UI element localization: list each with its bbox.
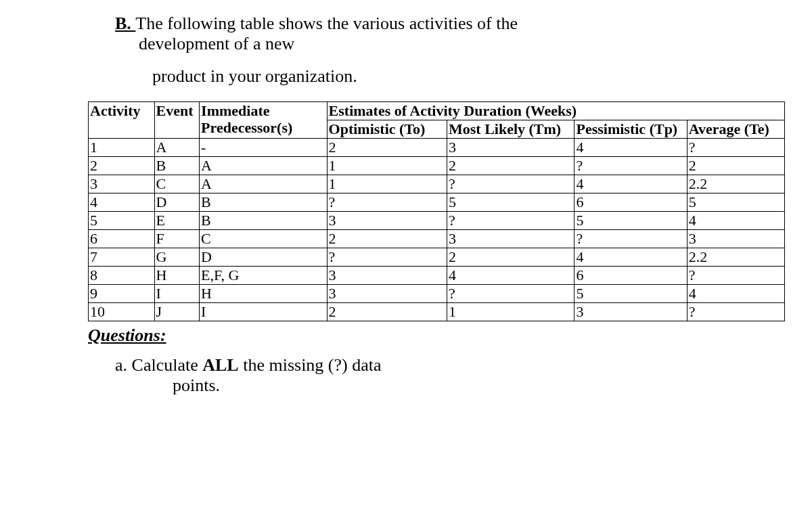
cell-tm: ? — [447, 285, 574, 303]
heading-line1: The following table shows the various ac… — [135, 14, 518, 33]
cell-te: 2 — [687, 157, 784, 175]
cell-te: 4 — [687, 212, 784, 230]
cell-to: 3 — [327, 285, 447, 303]
cell-tm: 3 — [447, 139, 574, 157]
cell-tp: ? — [574, 230, 687, 248]
cell-activity: 3 — [89, 175, 155, 193]
cell-tm: 1 — [447, 303, 574, 321]
cell-event: F — [154, 230, 200, 248]
cell-to: 2 — [327, 139, 447, 157]
cell-event: C — [154, 175, 200, 193]
cell-tp: 5 — [574, 212, 687, 230]
cell-to: 3 — [327, 212, 447, 230]
table-row: 5EB3?54 — [89, 212, 785, 230]
cell-pred: B — [200, 193, 328, 212]
heading-line2: development of a new — [139, 34, 785, 54]
cell-tp: 4 — [574, 175, 687, 193]
cell-te: 2.2 — [687, 175, 784, 193]
cell-event: J — [154, 303, 200, 321]
cell-pred: B — [200, 212, 328, 230]
cell-te: ? — [687, 303, 784, 321]
cell-tp: 5 — [574, 285, 687, 303]
cell-to: ? — [327, 193, 447, 212]
cell-activity: 2 — [89, 157, 155, 175]
questions-heading: Questions: — [88, 325, 785, 346]
cell-to: ? — [327, 248, 447, 267]
table-row: 8HE,F, G346? — [89, 267, 785, 285]
cell-tm: ? — [447, 175, 574, 193]
table-row: 3CA1?42.2 — [89, 175, 785, 193]
table-row: 10JI213? — [89, 303, 785, 321]
table-row: 9IH3?54 — [89, 285, 785, 303]
cell-activity: 5 — [89, 212, 155, 230]
cell-to: 3 — [327, 267, 447, 285]
cell-to: 1 — [327, 175, 447, 193]
cell-tp: 3 — [574, 303, 687, 321]
cell-pred: C — [200, 230, 328, 248]
col-average: Average (Te) — [687, 120, 784, 139]
cell-event: A — [154, 139, 200, 157]
cell-tm: 3 — [447, 230, 574, 248]
question-a-suffix: the missing (?) data — [239, 355, 382, 375]
cell-tm: 5 — [447, 193, 574, 212]
table-row: 7GD?242.2 — [89, 248, 785, 267]
cell-event: H — [154, 267, 200, 285]
cell-tp: 4 — [574, 139, 687, 157]
col-predecessor: Immediate Predecessor(s) — [200, 102, 328, 139]
cell-activity: 8 — [89, 267, 155, 285]
cell-tm: 4 — [447, 267, 574, 285]
col-activity: Activity — [89, 102, 155, 139]
cell-tm: ? — [447, 212, 574, 230]
cell-event: E — [154, 212, 200, 230]
cell-pred: I — [200, 303, 328, 321]
activity-table: Activity Event Immediate Predecessor(s) … — [88, 101, 785, 321]
cell-activity: 7 — [89, 248, 155, 267]
heading-label: B. — [115, 14, 135, 33]
problem-heading: B. The following table shows the various… — [115, 14, 785, 87]
col-optimistic: Optimistic (To) — [327, 120, 447, 139]
question-a-prefix: a. Calculate — [115, 355, 202, 375]
cell-te: ? — [687, 267, 784, 285]
cell-te: ? — [687, 139, 784, 157]
cell-activity: 9 — [89, 285, 155, 303]
question-a-line2: points. — [173, 375, 785, 396]
cell-tp: 6 — [574, 193, 687, 212]
cell-pred: D — [200, 248, 328, 267]
cell-event: G — [154, 248, 200, 267]
table-row: 2BA12?2 — [89, 157, 785, 175]
cell-event: I — [154, 285, 200, 303]
col-pessimistic: Pessimistic (Tp) — [574, 120, 687, 139]
cell-to: 2 — [327, 303, 447, 321]
col-estimates: Estimates of Activity Duration (Weeks) — [327, 102, 784, 120]
cell-pred: H — [200, 285, 328, 303]
cell-tp: 4 — [574, 248, 687, 267]
col-event: Event — [154, 102, 200, 139]
cell-tp: ? — [574, 157, 687, 175]
cell-event: B — [154, 157, 200, 175]
question-a: a. Calculate ALL the missing (?) data po… — [115, 355, 785, 396]
cell-event: D — [154, 193, 200, 212]
table-header-row-1: Activity Event Immediate Predecessor(s) … — [89, 102, 785, 120]
cell-pred: E,F, G — [200, 267, 328, 285]
cell-te: 3 — [687, 230, 784, 248]
cell-te: 4 — [687, 285, 784, 303]
table-row: 4DB?565 — [89, 193, 785, 212]
col-mostlikely: Most Likely (Tm) — [447, 120, 574, 139]
table-row: 6FC23?3 — [89, 230, 785, 248]
table-body: 1A-234?2BA12?23CA1?42.24DB?5655EB3?546FC… — [89, 139, 785, 321]
cell-tm: 2 — [447, 248, 574, 267]
cell-pred: A — [200, 157, 328, 175]
cell-activity: 4 — [89, 193, 155, 212]
cell-to: 1 — [327, 157, 447, 175]
cell-to: 2 — [327, 230, 447, 248]
cell-activity: 6 — [89, 230, 155, 248]
cell-pred: - — [200, 139, 328, 157]
cell-pred: A — [200, 175, 328, 193]
cell-tp: 6 — [574, 267, 687, 285]
cell-te: 5 — [687, 193, 784, 212]
cell-activity: 10 — [89, 303, 155, 321]
question-a-bold: ALL — [202, 355, 238, 375]
heading-line3: product in your organization. — [152, 66, 785, 87]
cell-tm: 2 — [447, 157, 574, 175]
cell-te: 2.2 — [687, 248, 784, 267]
